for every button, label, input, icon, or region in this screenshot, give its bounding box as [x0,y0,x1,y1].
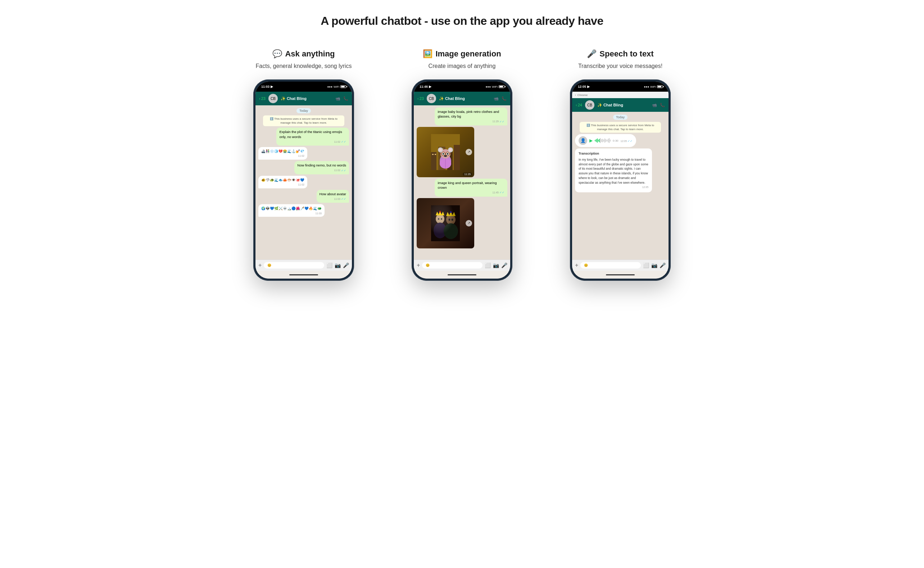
sticker-icon-3[interactable]: ⬜ [643,263,649,268]
image-gen-icon: 🖼️ [423,49,433,59]
status-time-2: 11:46 ▶ [420,85,432,88]
sticker-icon-1[interactable]: ⬜ [326,263,332,268]
ask-anything-icon: 💬 [273,49,282,59]
system-msg-1: ℹ️ This business uses a secure service f… [263,115,345,126]
bubble-in-2: 🐠🦈🐢🌊🐟🦀🐡👁️🐙💙 11:02 [258,176,307,188]
status-time-1: 11:03 ▶ [261,85,273,88]
feature-title-speech: 🎤 Speech to text [587,49,653,59]
svg-point-17 [442,153,444,154]
chat-area-3: Today ℹ️ This business uses a secure ser… [572,112,668,260]
wa-input-1[interactable]: 😊 [264,262,324,269]
bubble-out-3: How about avatar 11:03✓✓ [317,190,349,203]
wa-back-2[interactable]: ‹23 [417,96,424,101]
wa-footer-2: + 😊 ⬜ 📷 🎤 [414,260,510,271]
transcription-text: In my long life, I've been lucky enough … [579,157,648,185]
bubble-out-1: Explain the plot of the titanic using em… [276,128,349,146]
audio-time: 0:30 [613,139,618,142]
svg-point-22 [444,155,447,157]
img-time-koala: 11:29 [463,172,472,176]
status-time-3: 12:05 ▶ [578,85,590,88]
wa-back-3[interactable]: ‹24 [576,103,582,107]
svg-rect-5 [432,154,433,155]
share-icon-koala[interactable]: ↗ [466,149,472,155]
svg-rect-4 [454,145,460,170]
status-icons-2: ●●● WiFi [486,85,505,88]
status-icons-3: ●●● WiFi [644,85,663,88]
wa-input-3[interactable]: 😊 [580,262,641,269]
audio-waveform [595,137,610,144]
status-icons-1: ●●● WiFi [327,85,347,88]
home-bar-3 [572,271,668,279]
chat-area-1: Today ℹ️ This business uses a secure ser… [256,105,352,260]
feature-title-image-gen: 🖼️ Image generation [423,49,501,59]
mic-icon-2[interactable]: 🎤 [501,263,507,268]
bubble-out-img2: image king and queen portrait, wearing c… [435,179,507,196]
transcription-bubble: Transcription In my long life, I've been… [575,148,652,192]
feature-title-ask-anything: 💬 Ask anything [273,49,335,59]
home-bar-1 [256,271,352,279]
system-msg-3: ℹ️ This business uses a secure service f… [580,122,661,133]
bubble-in-3: 🌍👽💙🌿⚔️💀🏔️🔵🌺🗡️💙🔥🌊🐲 11:03 [258,204,324,217]
wa-avatar-3: CB [585,100,594,110]
svg-point-14 [449,148,452,151]
date-badge-3: Today [613,115,627,120]
features-row: 💬 Ask anything Facts, general knowledge,… [210,49,714,281]
share-icon-king[interactable]: ↗ [466,220,472,227]
feature-col-speech: 🎤 Speech to text Transcribe your voice m… [552,49,689,281]
home-bar-2 [414,271,510,279]
bubble-out-2: Now finding nemo, but no words 11:02✓✓ [294,161,349,174]
wa-footer-3: + 😊 ⬜ 📷 🎤 [572,260,668,271]
svg-rect-38 [431,205,460,241]
wa-avatar-2: CB [427,94,436,103]
date-badge-1: Today [297,108,311,113]
feature-subtitle-ask-anything: Facts, general knowledge, song lyrics [256,63,352,69]
wa-input-2[interactable]: 😊 [422,262,483,269]
feature-col-ask-anything: 💬 Ask anything Facts, general knowledge,… [235,49,372,281]
mic-icon-1[interactable]: 🎤 [343,263,349,268]
svg-point-18 [447,153,449,154]
feature-subtitle-speech: Transcribe your voice messages! [578,63,662,69]
img-bubble-king: ↗ [417,198,474,248]
audio-avatar: 👤 [579,136,587,145]
wa-avatar-1: CB [268,94,278,103]
svg-rect-6 [435,154,436,155]
wa-header-1: ‹23 CB ✨Chat Bling 📹📞 [256,92,352,105]
wa-header-icons-3: 📹📞 [652,103,665,107]
transcription-title: Transcription [579,151,648,156]
play-icon[interactable]: ▶ [589,138,592,143]
bubble-out-img1: image baby koala, pink retro clothes and… [435,107,507,125]
sticker-icon-2[interactable]: ⬜ [485,263,491,268]
wa-header-icons-2: 📹📞 [494,96,507,101]
svg-point-13 [439,148,442,151]
audio-bubble: 👤 ▶ [575,134,636,147]
camera-icon-3[interactable]: 📷 [651,263,657,268]
phone-image-gen: 11:46 ▶ ●●● WiFi ‹23 CB ✨Chat Bling [412,79,512,281]
wa-footer-1: + 😊 ⬜ 📷 🎤 [256,260,352,271]
feature-subtitle-image-gen: Create images of anything [429,63,496,69]
img-bubble-koala: 11:29 ↗ [417,127,474,177]
feature-col-image-gen: 🖼️ Image generation Create images of any… [394,49,530,281]
plus-icon-3[interactable]: + [575,262,578,269]
page-title: A powerful chatbot - use on the app you … [321,14,603,28]
wa-header-name-3: ✨Chat Bling [597,103,649,107]
wa-back-1[interactable]: ‹23 [259,96,265,101]
camera-icon-2[interactable]: 📷 [493,263,499,268]
plus-icon-1[interactable]: + [258,262,262,269]
wa-header-3: ‹24 CB ✨Chat Bling 📹📞 [572,98,668,112]
camera-icon-1[interactable]: 📷 [335,263,341,268]
wa-header-name-1: ✨Chat Bling [281,96,332,101]
bubble-in-1: 🚢👫❄️🧊💔😭🌊⚓💅💎 11:02 [258,147,307,160]
phone-ask-anything: 11:03 ▶ ●●● WiFi ‹23 CB ✨Chat Bl [253,79,354,281]
phone-speech: 12:05 ▶ ●●● WiFi ‹ Chrome ‹24 CB [570,79,671,281]
wa-header-icons-1: 📹📞 [335,96,348,101]
speech-icon: 🎤 [587,49,597,59]
mic-icon-3[interactable]: 🎤 [659,263,666,268]
chrome-bar: ‹ Chrome [572,92,668,98]
wa-header-2: ‹23 CB ✨Chat Bling 📹📞 [414,92,510,105]
wa-header-name-2: ✨Chat Bling [439,96,491,101]
plus-icon-2[interactable]: + [417,262,420,269]
chat-area-2: image baby koala, pink retro clothes and… [414,105,510,260]
